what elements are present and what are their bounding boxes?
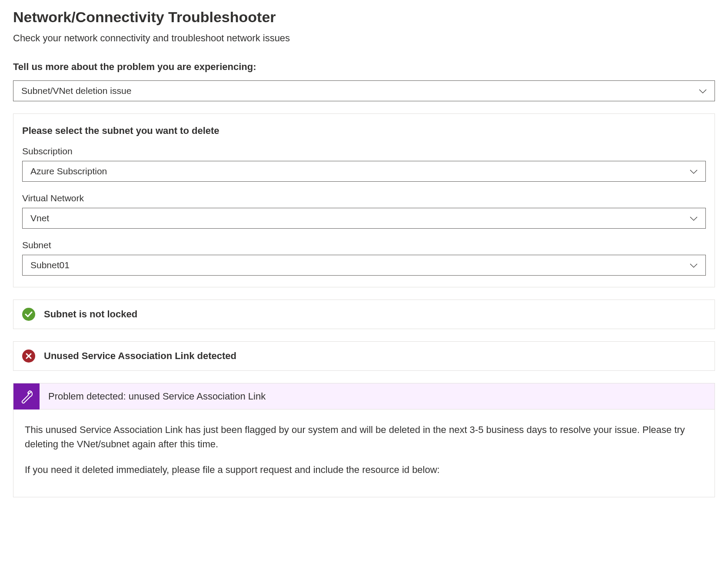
- subnet-dropdown[interactable]: Subnet01: [22, 255, 706, 276]
- vnet-field: Virtual Network Vnet: [22, 193, 706, 229]
- chevron-down-icon: [690, 260, 698, 270]
- problem-type-section: Tell us more about the problem you are e…: [13, 61, 715, 101]
- status-sal-row: Unused Service Association Link detected: [13, 341, 715, 371]
- page-subtitle: Check your network connectivity and trou…: [13, 33, 715, 44]
- vnet-dropdown[interactable]: Vnet: [22, 208, 706, 229]
- problem-type-dropdown[interactable]: Subnet/VNet deletion issue: [13, 80, 715, 101]
- wrench-icon: [13, 383, 40, 410]
- problem-body-text-2: If you need it deleted immediately, plea…: [25, 463, 703, 477]
- vnet-value: Vnet: [30, 213, 49, 223]
- chevron-down-icon: [690, 166, 698, 176]
- subnet-selection-title: Please select the subnet you want to del…: [22, 125, 706, 137]
- chevron-down-icon: [690, 213, 698, 223]
- status-sal-text: Unused Service Association Link detected: [44, 350, 236, 362]
- page-title: Network/Connectivity Troubleshooter: [13, 9, 715, 26]
- subscription-label: Subscription: [22, 146, 706, 156]
- problem-header-title: Problem detected: unused Service Associa…: [48, 391, 266, 402]
- problem-type-label: Tell us more about the problem you are e…: [13, 61, 715, 73]
- subscription-value: Azure Subscription: [30, 166, 107, 176]
- problem-body-text-1: This unused Service Association Link has…: [25, 423, 703, 451]
- subnet-label: Subnet: [22, 240, 706, 250]
- subscription-field: Subscription Azure Subscription: [22, 146, 706, 182]
- check-icon: [22, 308, 35, 321]
- subnet-value: Subnet01: [30, 260, 70, 270]
- problem-header: Problem detected: unused Service Associa…: [13, 383, 715, 410]
- vnet-label: Virtual Network: [22, 193, 706, 203]
- subnet-selection-card: Please select the subnet you want to del…: [13, 113, 715, 287]
- x-icon: [22, 350, 35, 363]
- subscription-dropdown[interactable]: Azure Subscription: [22, 161, 706, 182]
- subnet-field: Subnet Subnet01: [22, 240, 706, 276]
- problem-panel: Problem detected: unused Service Associa…: [13, 383, 715, 497]
- problem-body: This unused Service Association Link has…: [13, 410, 715, 497]
- chevron-down-icon: [699, 86, 707, 96]
- status-locked-text: Subnet is not locked: [44, 309, 137, 320]
- status-locked-row: Subnet is not locked: [13, 300, 715, 329]
- problem-type-value: Subnet/VNet deletion issue: [21, 86, 131, 96]
